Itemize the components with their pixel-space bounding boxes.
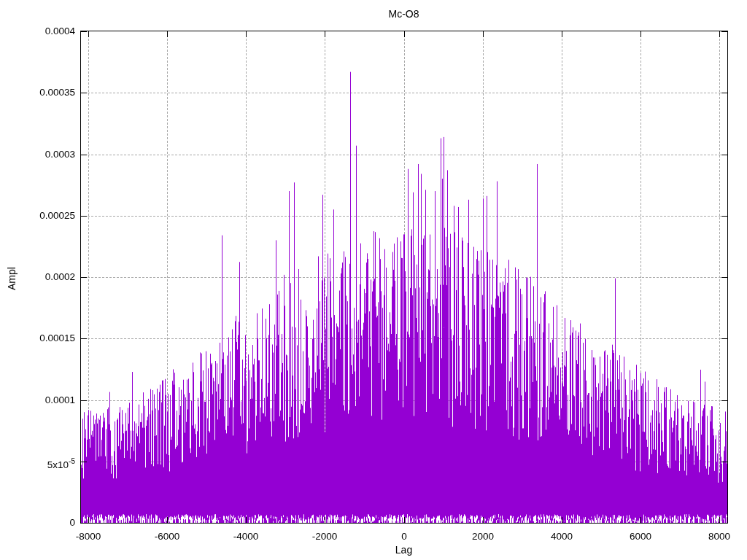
y-tick-label: 0.00015	[0, 332, 75, 345]
y-tick-label: 0	[0, 516, 75, 529]
x-tick-label: -8000	[58, 530, 119, 543]
gnuplot-window: Mc-O8 Ampl Lag 05x10-50.00010.000150.000…	[0, 0, 747, 560]
x-tick-label: -4000	[215, 530, 276, 543]
x-tick-label: 8000	[689, 530, 747, 543]
x-tick-label: 2000	[452, 530, 514, 543]
x-axis-label: Lag	[80, 544, 727, 556]
y-tick-label: 0.00035	[0, 86, 75, 99]
x-tick-label: 0	[374, 530, 435, 543]
chart-title: Mc-O8	[80, 8, 727, 20]
y-tick-label: 0.0001	[0, 394, 75, 407]
y-tick-label: 0.00025	[0, 209, 75, 222]
y-tick-label: 5x10-5	[0, 455, 75, 472]
x-tick-label: 4000	[531, 530, 592, 543]
x-tick-label: -2000	[294, 530, 355, 543]
y-tick-label: 0.0003	[0, 148, 75, 161]
y-tick-label: 0.0004	[0, 25, 75, 38]
x-tick-label: -6000	[136, 530, 198, 543]
correlation-plot-canvas	[0, 0, 747, 560]
x-tick-label: 6000	[610, 530, 671, 543]
y-tick-label: 0.0002	[0, 271, 75, 284]
